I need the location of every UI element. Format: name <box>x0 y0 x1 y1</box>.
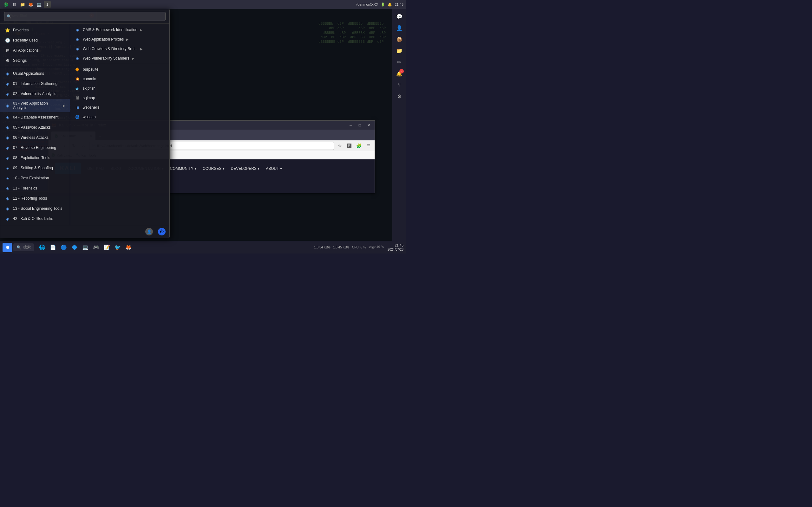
menu-01-info[interactable]: ◈ 01 - Information Gathering <box>0 78 70 89</box>
firefox-maximize-button[interactable]: □ <box>356 122 363 128</box>
06-label: 06 - Wireless Attacks <box>13 135 49 140</box>
taskbar-icon-browser[interactable]: 🌐 <box>38 243 47 252</box>
menu-09-sniff[interactable]: ◈ 09 - Sniffing & Spoofing <box>0 163 70 173</box>
side-branch-icon[interactable]: ⑂ <box>394 80 404 90</box>
nav-menu-button[interactable]: ☰ <box>364 142 372 150</box>
11-icon: ◈ <box>5 185 10 191</box>
kali-nav-courses[interactable]: COURSES ▾ <box>203 166 224 171</box>
browser-icon[interactable]: 🦊 <box>27 1 34 8</box>
menu-favorites[interactable]: ⭐ Favorites <box>0 25 70 35</box>
wpscan-label: wpscan <box>83 115 96 119</box>
firefox-minimize-button[interactable]: ─ <box>347 122 354 128</box>
skipfish-label: skipfish <box>83 86 96 91</box>
side-settings-icon[interactable]: ⚙ <box>394 91 404 101</box>
kali-nav-about[interactable]: ABOUT ▾ <box>266 166 282 171</box>
menu-42-kali[interactable]: ◈ 42 - Kali & OffSec Links <box>0 214 70 224</box>
07-label: 07 - Reverse Engineering <box>13 146 56 150</box>
submenu-cms[interactable]: ◉ CMS & Framework Identification ▶ <box>70 25 169 35</box>
cms-arrow: ▶ <box>140 28 142 32</box>
08-label: 08 - Exploitation Tools <box>13 156 50 160</box>
submenu-webshells[interactable]: 🖥 webshells <box>70 103 169 112</box>
notification-badge: 4 <box>399 69 404 73</box>
menu-13-social[interactable]: ◈ 13 - Social Engineering Tools <box>0 204 70 214</box>
04-label: 04 - Database Assessment <box>13 115 58 119</box>
terminal-icon[interactable]: 💻 <box>36 1 43 8</box>
taskbar-icon-firefox[interactable]: 🦊 <box>124 243 133 252</box>
sqlmap-label: sqlmap <box>83 96 95 100</box>
taskbar-icon-text[interactable]: 📝 <box>102 243 111 252</box>
files-icon[interactable]: 📁 <box>19 1 26 8</box>
taskbar-cpu: CPU: 6 % <box>352 245 366 249</box>
side-chat-icon[interactable]: 💬 <box>394 11 404 21</box>
menu-07-reverse[interactable]: ◈ 07 - Reverse Engineering <box>0 143 70 153</box>
bell-icon: 🔔 <box>388 3 392 7</box>
menu-03-web[interactable]: ◈ 03 - Web Application Analysis ▶ <box>0 99 70 112</box>
submenu-sqlmap[interactable]: 🗄 sqlmap <box>70 93 169 103</box>
13-label: 13 - Social Engineering Tools <box>13 206 62 211</box>
menu-04-db[interactable]: ◈ 04 - Database Assessment <box>0 112 70 122</box>
11-label: 11 - Forensics <box>13 186 37 190</box>
menu-06-wireless[interactable]: ◈ 06 - Wireless Attacks <box>0 132 70 143</box>
menu-user-icon[interactable]: 👤 <box>145 228 153 235</box>
taskbar-icon-twitter[interactable]: 🐦 <box>113 243 122 252</box>
nav-bookmark-button[interactable]: ☆ <box>336 142 344 150</box>
nav-pocket-button[interactable]: 🅿 <box>345 142 353 150</box>
taskbar-icon-terminal[interactable]: 💻 <box>81 243 90 252</box>
menu-settings[interactable]: ⚙ Settings <box>0 55 70 66</box>
side-notifications-icon[interactable]: 🔔 4 <box>394 68 404 78</box>
crawlers-icon: ◉ <box>74 46 80 52</box>
menu-usual-apps[interactable]: ◈ Usual Applications <box>0 68 70 78</box>
cms-label: CMS & Framework Identification <box>83 27 137 32</box>
menu-02-vuln[interactable]: ◈ 02 - Vulnerability Analysis <box>0 89 70 99</box>
taskbar-search[interactable]: 🔍 搜索 <box>13 243 34 251</box>
submenu-commix[interactable]: 💥 commix <box>70 74 169 83</box>
workspace-number[interactable]: 1 <box>44 1 51 8</box>
settings-icon: ⚙ <box>5 58 10 63</box>
taskbar-icon-files[interactable]: 📄 <box>49 243 57 252</box>
firefox-close-button[interactable]: ✕ <box>365 122 372 128</box>
app-menu: 🔍 ⭐ Favorites 🕐 Recently Used ⊞ All Appl… <box>0 9 170 238</box>
03-arrow: ▶ <box>63 104 65 107</box>
kali-menu-icon[interactable]: 🐉 <box>3 1 9 8</box>
menu-power-icon[interactable]: ⏻ <box>158 228 165 235</box>
submenu-proxies[interactable]: ◉ Web Application Proxies ▶ <box>70 35 169 44</box>
side-pen-icon[interactable]: ✏ <box>394 57 404 67</box>
workspace-icon[interactable]: 🖥 <box>11 1 18 8</box>
side-box-icon[interactable]: 📦 <box>394 34 404 44</box>
taskbar-icon-steam[interactable]: 🎮 <box>92 243 101 252</box>
side-users-icon[interactable]: 👤 <box>394 23 404 33</box>
taskbar-net-down: 1.0 34 KB/s <box>314 245 331 249</box>
taskbar-sys-info: 1.0 34 KB/s 1.0 45 KB/s CPU: 6 % 内存: 49 … <box>314 245 384 249</box>
menu-search-input[interactable] <box>4 12 165 21</box>
side-folder-icon[interactable]: 📁 <box>394 46 404 56</box>
12-label: 12 - Reporting Tools <box>13 196 47 201</box>
taskbar-icon-edge[interactable]: 🔵 <box>59 243 68 252</box>
kali-nav-community[interactable]: COMMUNITY ▾ <box>170 166 196 171</box>
kali-nav-developers[interactable]: DEVELOPERS ▾ <box>231 166 260 171</box>
taskbar-clock: 21:45 2024/07/28 <box>388 243 403 251</box>
menu-all-applications[interactable]: ⊞ All Applications <box>0 45 70 55</box>
submenu-skipfish[interactable]: 🐟 skipfish <box>70 83 169 93</box>
favorites-label: Favorites <box>13 28 29 32</box>
submenu-vuln-scanners[interactable]: ◉ Web Vulnerability Scanners ▶ <box>70 54 169 63</box>
submenu-wpscan[interactable]: 🌀 wpscan <box>70 112 169 122</box>
burpsuite-label: burpsuite <box>83 67 98 72</box>
menu-12-reporting[interactable]: ◈ 12 - Reporting Tools <box>0 193 70 204</box>
menu-08-exploit[interactable]: ◈ 08 - Exploitation Tools <box>0 153 70 163</box>
side-panel: 💬 👤 📦 📁 ✏ 🔔 4 ⑂ ⚙ <box>392 9 406 241</box>
menu-10-post[interactable]: ◈ 10 - Post Exploitation <box>0 173 70 183</box>
battery-icon: 🔋 <box>380 3 385 7</box>
menu-recently-used[interactable]: 🕐 Recently Used <box>0 35 70 45</box>
menu-05-pass[interactable]: ◈ 05 - Password Attacks <box>0 122 70 132</box>
taskbar-search-icon: 🔍 <box>16 245 21 250</box>
time-label: 21:45 <box>395 3 403 6</box>
nav-extensions-button[interactable]: 🧩 <box>355 142 362 150</box>
taskbar-icon-vscode[interactable]: 🔷 <box>70 243 79 252</box>
search-icon: 🔍 <box>7 14 11 19</box>
submenu-burpsuite[interactable]: 🔶 burpsuite <box>70 65 169 74</box>
burpsuite-icon: 🔶 <box>74 66 80 72</box>
submenu-crawlers[interactable]: ◉ Web Crawlers & Directory Brut... ▶ <box>70 44 169 54</box>
vuln-scanners-arrow: ▶ <box>132 57 135 60</box>
menu-11-forensics[interactable]: ◈ 11 - Forensics <box>0 183 70 193</box>
taskbar-start-button[interactable]: ⊞ <box>3 243 12 252</box>
